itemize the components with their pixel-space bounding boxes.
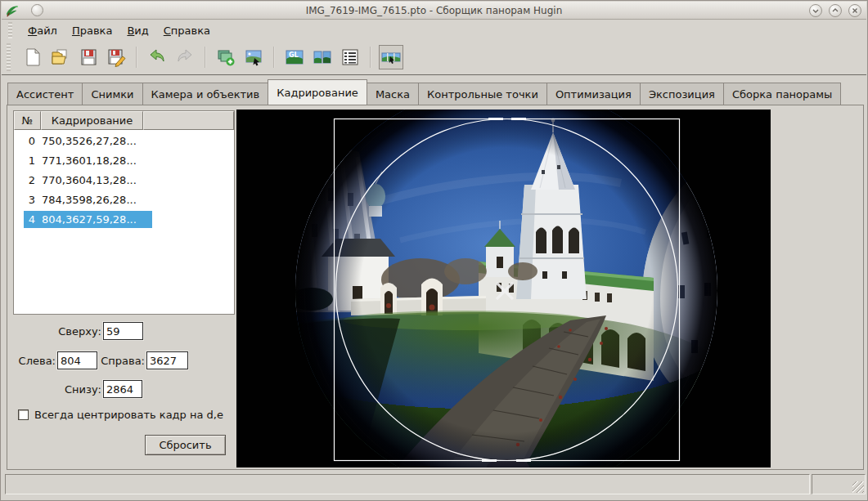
top-field-label: Сверху: (40, 325, 101, 338)
image-crop-list[interactable]: № Кадрирование 0750,3526,27,28...1771,36… (13, 110, 235, 315)
tab-stitcher[interactable]: Сборка панорамы (723, 83, 841, 105)
toolbar: GL (2, 40, 866, 75)
crop-list-row[interactable]: 3784,3598,26,28... (24, 191, 152, 208)
preview-panorama-icon[interactable] (310, 45, 335, 69)
row-image-number: 0 (24, 135, 42, 147)
row-crop-value: 784,3598,26,28... (42, 194, 137, 206)
status-message-area (5, 474, 810, 494)
toolbar-separator (205, 47, 206, 68)
minimize-button[interactable] (809, 4, 822, 17)
reset-crop-button[interactable]: Сбросить (145, 435, 226, 455)
tab-camera-lens[interactable]: Камера и объектив (142, 83, 269, 105)
add-images-icon[interactable] (214, 45, 238, 69)
titlebar-menu-button[interactable] (31, 4, 43, 16)
menubar: ФайлПравкаВидСправка (2, 20, 866, 40)
add-time-series-icon[interactable] (241, 45, 266, 69)
titlebar[interactable]: IMG_7619-IMG_7615.pto - Сборщик панорам … (2, 2, 866, 20)
crop-list-row[interactable]: 4804,3627,59,28... (24, 211, 152, 228)
menu-file[interactable]: Файл (20, 22, 65, 39)
toolbar-separator (136, 47, 137, 68)
new-project-icon[interactable] (20, 45, 45, 69)
tab-crop[interactable]: Кадрирование (268, 79, 367, 105)
svg-text:GL: GL (289, 51, 299, 59)
maximize-button[interactable] (829, 4, 842, 17)
window-title: IMG_7619-IMG_7615.pto - Сборщик панорам … (2, 5, 866, 16)
center-crop-checkbox[interactable] (18, 409, 29, 420)
row-crop-value: 750,3526,27,28... (42, 135, 137, 147)
menu-help[interactable]: Справка (156, 22, 218, 39)
crop-bottom-input[interactable] (103, 380, 142, 398)
crop-image-canvas[interactable] (236, 110, 771, 467)
menubar-gripper[interactable] (8, 22, 12, 38)
crop-list-row[interactable]: 0750,3526,27,28... (24, 132, 152, 150)
column-header-number[interactable]: № (14, 111, 41, 130)
resize-grip[interactable] (852, 481, 864, 493)
tab-control-points[interactable]: Контрольные точки (418, 83, 547, 105)
open-project-icon[interactable] (48, 45, 73, 69)
column-header-empty[interactable] (143, 111, 234, 130)
row-image-number: 4 (24, 213, 42, 226)
right-field-label: Справа: (97, 355, 145, 367)
toolbar-separator (273, 47, 275, 68)
tab-exposure[interactable]: Экспозиция (640, 83, 724, 105)
menu-edit[interactable]: Правка (65, 22, 119, 39)
crop-list-row[interactable]: 2770,3604,13,28... (24, 172, 152, 189)
crop-top-input[interactable] (103, 322, 143, 340)
crop-list-row[interactable]: 1771,3601,18,28... (24, 152, 152, 169)
gl-preview-icon[interactable]: GL (282, 45, 307, 69)
row-image-number: 2 (24, 174, 42, 186)
toolbar-gripper[interactable] (7, 43, 11, 71)
toolbar-separator (370, 47, 371, 68)
center-crop-checkbox-label: Всегда центрировать кадр на d,e (34, 409, 223, 421)
menu-view[interactable]: Вид (119, 22, 155, 39)
row-crop-value: 770,3604,13,28... (42, 174, 137, 186)
left-field-label: Слева: (11, 355, 56, 367)
crop-left-input[interactable] (57, 351, 97, 369)
save-project-icon[interactable] (76, 45, 101, 69)
redo-icon[interactable] (173, 45, 197, 69)
crop-tab-panel: № Кадрирование 0750,3526,27,28...1771,36… (7, 105, 864, 470)
tab-images[interactable]: Снимки (82, 83, 142, 105)
close-button[interactable] (848, 4, 861, 17)
tab-assistant[interactable]: Ассистент (7, 83, 83, 105)
hugin-logo-icon (5, 4, 20, 17)
save-as-icon[interactable] (104, 45, 128, 69)
column-header-crop[interactable]: Кадрирование (41, 111, 143, 130)
statusbar (2, 472, 866, 499)
row-image-number: 3 (24, 194, 42, 206)
tab-optimizer[interactable]: Оптимизация (546, 83, 641, 105)
tabbar: АссистентСнимкиКамера и объективКадриров… (2, 75, 866, 105)
bottom-field-label: Снизу: (40, 383, 101, 396)
panorama-editor-icon[interactable] (379, 45, 403, 69)
row-image-number: 1 (24, 154, 42, 167)
crop-right-input[interactable] (146, 351, 188, 369)
control-points-list-icon[interactable] (338, 45, 362, 69)
undo-icon[interactable] (145, 45, 169, 69)
tab-mask[interactable]: Маска (367, 83, 419, 105)
row-crop-value: 771,3601,18,28... (42, 154, 137, 167)
hugin-window: IMG_7619-IMG_7615.pto - Сборщик панорам … (0, 0, 868, 501)
status-grip-cell (812, 474, 866, 494)
row-crop-value: 804,3627,59,28... (42, 213, 137, 226)
